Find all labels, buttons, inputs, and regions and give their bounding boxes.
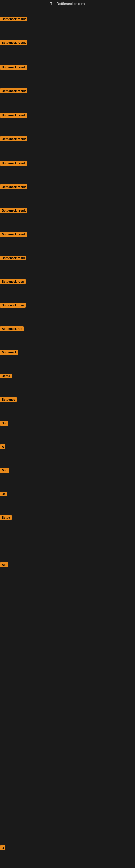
site-title: TheBottlenecker.com	[0, 0, 135, 7]
bottleneck-result-row: Bottleneck resu	[0, 279, 26, 285]
bottleneck-result-row: Bot	[0, 421, 8, 427]
bottleneck-result-row: Bottleneck result	[0, 232, 27, 238]
bottleneck-result-badge[interactable]: Bottleneck result	[0, 136, 27, 141]
bottleneck-result-badge[interactable]: Bottleneck resu	[0, 303, 26, 308]
bottleneck-result-row: Bottleneck result	[0, 184, 27, 190]
bottleneck-result-badge[interactable]: Bottleneck result	[0, 113, 27, 118]
bottleneck-result-badge[interactable]: Bottle	[0, 515, 12, 520]
bottleneck-result-badge[interactable]: Bottleneck resul	[0, 255, 27, 260]
bottleneck-result-badge[interactable]: Bottlenec	[0, 397, 17, 402]
bottleneck-result-badge[interactable]: Bottleneck res	[0, 326, 24, 331]
bottleneck-result-row: Bottleneck result	[0, 88, 27, 94]
bottleneck-result-row: Bottleneck result	[0, 17, 27, 23]
bottleneck-result-row: B	[0, 845, 5, 851]
bottleneck-result-badge[interactable]: Bott	[0, 468, 9, 473]
bottleneck-result-row: Bottleneck result	[0, 65, 27, 71]
bottleneck-result-row: Bottle	[0, 373, 12, 379]
bottleneck-result-badge[interactable]: Bo	[0, 492, 7, 496]
bottleneck-result-row: Bottleneck resu	[0, 303, 26, 309]
bottleneck-result-row: Bottleneck res	[0, 326, 24, 332]
bottleneck-result-row: Bottleneck	[0, 350, 18, 356]
bottleneck-result-badge[interactable]: Bottleneck result	[0, 232, 27, 237]
bottleneck-result-badge[interactable]: Bottleneck result	[0, 88, 27, 93]
bottleneck-result-row: Bottleneck result	[0, 161, 27, 167]
bottleneck-result-badge[interactable]: Bottleneck result	[0, 17, 27, 22]
bottleneck-result-row: Bottleneck resul	[0, 255, 27, 261]
bottleneck-result-badge[interactable]: Bottleneck result	[0, 208, 27, 213]
bottleneck-result-badge[interactable]: Bottleneck	[0, 350, 18, 355]
bottleneck-result-badge[interactable]: Bottleneck result	[0, 40, 27, 45]
bottleneck-result-badge[interactable]: Bottleneck resu	[0, 279, 26, 284]
bottleneck-result-row: Bottlenec	[0, 397, 17, 403]
bottleneck-result-badge[interactable]: Bottleneck result	[0, 65, 27, 70]
bottleneck-result-row: Bo	[0, 492, 7, 497]
bottleneck-result-badge[interactable]: Bottleneck result	[0, 161, 27, 166]
bottleneck-result-badge[interactable]: B	[0, 845, 5, 850]
bottleneck-result-row: Bottleneck result	[0, 113, 27, 119]
bottleneck-result-badge[interactable]: B	[0, 444, 5, 449]
bottleneck-result-row: Bott	[0, 468, 9, 474]
bottleneck-result-row: Bottleneck result	[0, 40, 27, 46]
bottleneck-result-row: Bottleneck result	[0, 136, 27, 143]
bottleneck-result-badge[interactable]: Bottle	[0, 373, 12, 378]
bottleneck-result-badge[interactable]: Bot	[0, 562, 8, 567]
bottleneck-result-row: Bot	[0, 562, 8, 568]
bottleneck-result-badge[interactable]: Bot	[0, 421, 8, 426]
bottleneck-result-row: Bottle	[0, 515, 12, 521]
bottleneck-result-badge[interactable]: Bottleneck result	[0, 184, 27, 189]
bottleneck-result-row: B	[0, 444, 5, 450]
bottleneck-result-row: Bottleneck result	[0, 208, 27, 214]
